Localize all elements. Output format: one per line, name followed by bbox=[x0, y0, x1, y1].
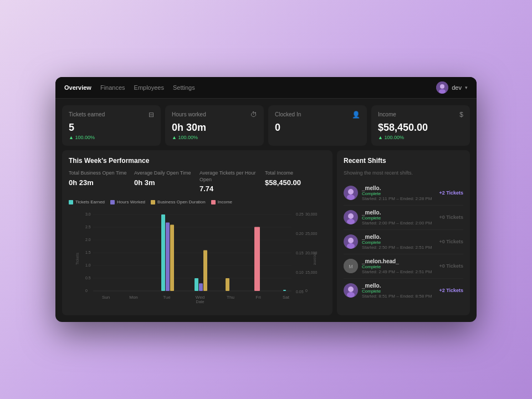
shift-tickets: +0 Tickets bbox=[439, 263, 463, 269]
shift-left: _mello. Complete Started: 2:00 PM – Ende… bbox=[344, 209, 432, 226]
shift-time: Started: 2:49 PM – Ended: 2:51 PM bbox=[362, 269, 432, 274]
bar-wed-duration bbox=[203, 250, 207, 291]
nav-username: dev bbox=[452, 84, 462, 91]
shift-name: _melon.head_ bbox=[362, 258, 432, 264]
stat-clocked: Clocked In 👤 0 bbox=[268, 105, 367, 146]
svg-text:Sun: Sun bbox=[102, 295, 110, 300]
clock-icon: ⏱ bbox=[250, 111, 257, 119]
svg-text:Thu: Thu bbox=[227, 295, 234, 300]
svg-text:0.20: 0.20 bbox=[296, 232, 304, 236]
stat-hours: Hours worked ⏱ 0h 30m 100.00% bbox=[165, 105, 264, 146]
svg-text:0.5: 0.5 bbox=[85, 276, 91, 280]
stat-tickets-change: 100.00% bbox=[69, 135, 154, 140]
shift-name: _mello. bbox=[362, 209, 432, 216]
shift-info: _mello. Complete Started: 8:51 PM – Ende… bbox=[362, 283, 432, 299]
shift-item: _mello. Complete Started: 2:00 PM – Ende… bbox=[344, 206, 463, 230]
perf-daily-open-value: 0h 3m bbox=[134, 178, 195, 187]
svg-text:2.0: 2.0 bbox=[85, 238, 91, 242]
svg-point-49 bbox=[348, 287, 354, 292]
legend-tickets-dot bbox=[69, 200, 73, 204]
svg-text:0.25: 0.25 bbox=[296, 212, 304, 216]
nav-links: Overview Finances Employees Settings bbox=[64, 84, 195, 91]
dollar-icon: $ bbox=[459, 111, 463, 119]
shift-left: _mello. Complete Started: 2:50 PM – Ende… bbox=[344, 234, 432, 250]
shift-left: _mello. Complete Started: 2:11 PM – Ende… bbox=[344, 185, 432, 201]
svg-text:Fri: Fri bbox=[255, 295, 261, 300]
bar-wed-tickets bbox=[195, 278, 198, 291]
shift-name: _mello. bbox=[362, 185, 432, 191]
chart-area: 3.0 2.5 2.0 1.5 1.0 0.5 0 Tickets 0.25 0… bbox=[69, 209, 326, 309]
nav-overview[interactable]: Overview bbox=[64, 84, 91, 91]
svg-text:0: 0 bbox=[85, 289, 88, 293]
shift-item: _mello. Complete Started: 2:11 PM – Ende… bbox=[344, 181, 463, 206]
bar-tue-duration bbox=[170, 225, 174, 291]
chart-legend: Tickets Earned Hours Worked Business Ope… bbox=[69, 200, 326, 204]
shift-avatar: M bbox=[344, 259, 358, 273]
shift-info: _melon.head_ Complete Started: 2:49 PM –… bbox=[362, 258, 432, 274]
svg-text:15,000: 15,000 bbox=[305, 270, 318, 274]
stat-hours-header: Hours worked ⏱ bbox=[172, 111, 257, 119]
shift-info: _mello. Complete Started: 2:11 PM – Ende… bbox=[362, 185, 432, 201]
stat-clocked-label: Clocked In bbox=[275, 111, 301, 117]
nav-employees[interactable]: Employees bbox=[134, 84, 164, 91]
user-check-icon: 👤 bbox=[352, 111, 360, 119]
ticket-icon: ⊟ bbox=[149, 111, 154, 119]
svg-point-39 bbox=[347, 195, 355, 200]
shift-status: Complete bbox=[362, 289, 432, 294]
shift-time: Started: 2:11 PM – Ended: 2:28 PM bbox=[362, 196, 432, 201]
svg-text:0.15: 0.15 bbox=[296, 251, 304, 255]
legend-hours-dot bbox=[110, 200, 115, 204]
shift-status: Complete bbox=[362, 264, 432, 269]
svg-text:1.0: 1.0 bbox=[85, 263, 91, 267]
svg-text:0.05: 0.05 bbox=[296, 290, 304, 294]
bar-sat-tickets bbox=[283, 290, 286, 291]
stat-income: Income $ $58,450.00 100.00% bbox=[371, 105, 470, 146]
bar-wed-hours bbox=[199, 283, 203, 291]
bar-tue-tickets bbox=[161, 214, 165, 291]
legend-duration-dot bbox=[151, 200, 155, 204]
avatar-image bbox=[436, 81, 448, 94]
nav-finances[interactable]: Finances bbox=[100, 84, 125, 91]
legend-income-dot bbox=[211, 200, 216, 204]
perf-total-income-label: Total Income bbox=[265, 170, 326, 177]
legend-hours-label: Hours Worked bbox=[117, 200, 145, 204]
nav-user-menu[interactable]: dev ▾ bbox=[436, 81, 468, 94]
perf-stat-total-income: Total Income $58,450.00 bbox=[265, 170, 326, 193]
shift-tickets: +2 Tickets bbox=[439, 190, 463, 196]
stat-hours-label: Hours worked bbox=[172, 111, 206, 117]
svg-point-41 bbox=[348, 213, 354, 219]
stats-row: Tickets earned ⊟ 5 100.00% Hours worked … bbox=[55, 99, 477, 146]
svg-text:0: 0 bbox=[305, 289, 308, 293]
nav-settings[interactable]: Settings bbox=[173, 84, 195, 91]
shift-item: _mello. Complete Started: 2:50 PM – Ende… bbox=[344, 230, 463, 254]
svg-text:3.0: 3.0 bbox=[85, 212, 91, 216]
bar-tue-hours bbox=[166, 223, 170, 291]
svg-point-38 bbox=[348, 189, 354, 195]
legend-tickets-label: Tickets Earned bbox=[75, 200, 105, 204]
svg-point-2 bbox=[439, 89, 446, 94]
recent-shifts-panel: Recent Shifts Showing the most recent sh… bbox=[337, 150, 470, 315]
perf-daily-open-label: Average Daily Open Time bbox=[134, 170, 195, 177]
stat-tickets-value: 5 bbox=[69, 122, 154, 134]
legend-income-label: Income bbox=[218, 200, 232, 204]
svg-text:Wed: Wed bbox=[196, 295, 204, 300]
shift-info: _mello. Complete Started: 2:00 PM – Ende… bbox=[362, 209, 432, 226]
perf-tickets-hour-value: 7.74 bbox=[200, 185, 260, 193]
bar-fri-income bbox=[254, 227, 260, 291]
legend-hours: Hours Worked bbox=[110, 200, 145, 204]
stat-income-label: Income bbox=[378, 111, 396, 117]
legend-duration: Business Open Duration bbox=[151, 200, 206, 204]
bar-thu-duration bbox=[226, 278, 229, 291]
svg-text:20,000: 20,000 bbox=[305, 251, 318, 255]
shifts-list: _mello. Complete Started: 2:11 PM – Ende… bbox=[344, 181, 463, 303]
svg-text:0.10: 0.10 bbox=[296, 270, 304, 274]
svg-text:M: M bbox=[349, 264, 353, 269]
main-content: This Week's Performance Total Business O… bbox=[55, 146, 477, 322]
svg-text:1.5: 1.5 bbox=[85, 250, 91, 254]
svg-point-42 bbox=[347, 219, 355, 224]
stat-hours-change: 100.00% bbox=[172, 135, 257, 140]
shift-name: _mello. bbox=[362, 283, 432, 289]
perf-stat-open-time: Total Business Open Time 0h 23m bbox=[69, 170, 130, 193]
shift-item: _mello. Complete Started: 8:51 PM – Ende… bbox=[344, 279, 463, 303]
stat-tickets-header: Tickets earned ⊟ bbox=[69, 111, 154, 119]
